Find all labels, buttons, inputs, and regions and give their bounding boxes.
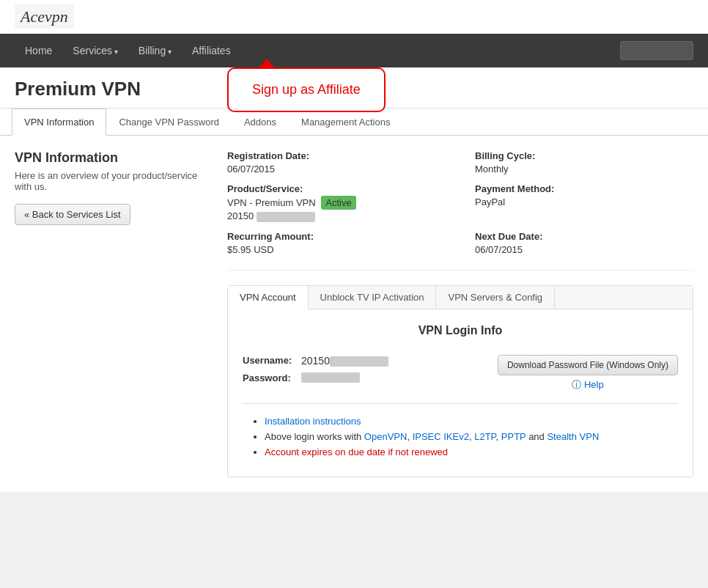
installation-instructions-link[interactable]: Installation instructions bbox=[265, 416, 361, 427]
vpn-divider bbox=[243, 403, 678, 404]
download-password-button[interactable]: Download Password File (Windows Only) bbox=[498, 355, 678, 375]
next-due-value: 06/07/2015 bbox=[475, 244, 523, 255]
pptp-link[interactable]: PPTP bbox=[501, 431, 526, 442]
tab-addons[interactable]: Addons bbox=[232, 109, 289, 136]
password-redacted bbox=[301, 372, 360, 383]
username-label: Username: bbox=[243, 355, 301, 366]
active-badge: Active bbox=[321, 196, 355, 210]
product-item: Product/Service: VPN - Premium VPN Activ… bbox=[227, 183, 446, 222]
main-tabs: VPN Information Change VPN Password Addo… bbox=[0, 109, 708, 136]
affiliate-callout-text: Sign up as Affiliate bbox=[252, 82, 361, 97]
vpn-bullets: Installation instructions Above login wo… bbox=[257, 416, 678, 457]
next-due-item: Next Due Date: 06/07/2015 bbox=[475, 231, 693, 255]
list-item: Account expires on due date if not renew… bbox=[265, 446, 671, 457]
inner-tab-vpn-account[interactable]: VPN Account bbox=[228, 286, 309, 309]
inner-tab-unblock-tv[interactable]: Unblock TV IP Activation bbox=[309, 286, 437, 309]
back-to-services-button[interactable]: « Back to Services List bbox=[15, 204, 130, 225]
product-label: Product/Service: bbox=[227, 183, 446, 194]
tab-management-actions[interactable]: Management Actions bbox=[289, 109, 402, 136]
l2tp-link[interactable]: L2TP bbox=[474, 431, 495, 442]
bullet-2-text: Above login works with OpenVPN, IPSEC IK… bbox=[265, 431, 599, 442]
password-label: Password: bbox=[243, 372, 301, 383]
left-panel-description: Here is an overview of your product/serv… bbox=[15, 170, 213, 192]
nav-services[interactable]: Services bbox=[62, 36, 128, 65]
next-due-label: Next Due Date: bbox=[475, 231, 693, 242]
billing-cycle-label: Billing Cycle: bbox=[475, 150, 693, 161]
info-grid: Registration Date: 06/07/2015 Billing Cy… bbox=[227, 150, 693, 271]
username-row: Username: 20150 bbox=[243, 355, 483, 367]
billing-cycle-item: Billing Cycle: Monthly bbox=[475, 150, 693, 174]
tab-change-vpn-password[interactable]: Change VPN Password bbox=[106, 109, 232, 136]
product-name: VPN - Premium VPN Active 20150 bbox=[227, 197, 356, 221]
recurring-amount-value: $5.95 USD bbox=[227, 244, 274, 255]
nav-billing[interactable]: Billing bbox=[128, 36, 182, 65]
inner-tabs: VPN Account Unblock TV IP Activation VPN… bbox=[228, 286, 693, 309]
nav-home[interactable]: Home bbox=[15, 36, 62, 65]
left-panel-title: VPN Information bbox=[15, 150, 213, 166]
ipsec-link[interactable]: IPSEC IKEv2 bbox=[413, 431, 469, 442]
login-area: Username: 20150 Password: Download Passw… bbox=[243, 355, 678, 392]
payment-method-label: Payment Method: bbox=[475, 183, 693, 194]
stealth-link[interactable]: Stealth VPN bbox=[547, 431, 599, 442]
tab-vpn-information[interactable]: VPN Information bbox=[12, 109, 106, 136]
username-prefix: 20150 bbox=[301, 355, 330, 367]
payment-method-value: PayPal bbox=[475, 196, 505, 207]
help-link[interactable]: Help bbox=[498, 378, 678, 392]
vpn-login-title: VPN Login Info bbox=[243, 324, 678, 337]
brand-logo[interactable]: Acevpn bbox=[15, 4, 74, 29]
inner-card: VPN Account Unblock TV IP Activation VPN… bbox=[227, 285, 693, 477]
list-item: Above login works with OpenVPN, IPSEC IK… bbox=[265, 431, 671, 442]
login-fields: Username: 20150 Password: bbox=[243, 355, 483, 389]
affiliate-callout: Sign up as Affiliate bbox=[227, 67, 386, 112]
registration-date-label: Registration Date: bbox=[227, 150, 446, 161]
nav-affiliates[interactable]: Affiliates bbox=[182, 36, 241, 65]
recurring-amount-item: Recurring Amount: $5.95 USD bbox=[227, 231, 446, 255]
expires-text: Account expires on due date if not renew… bbox=[265, 446, 448, 457]
right-panel: Registration Date: 06/07/2015 Billing Cy… bbox=[227, 150, 693, 477]
content-area: VPN Information Here is an overview of y… bbox=[0, 136, 708, 492]
left-panel: VPN Information Here is an overview of y… bbox=[15, 150, 213, 477]
product-name-text: VPN - Premium VPN bbox=[227, 197, 316, 208]
payment-method-item: Payment Method: PayPal bbox=[475, 183, 693, 222]
vpn-content: VPN Login Info Username: 20150 Password: bbox=[228, 309, 693, 477]
username-value: 20150 bbox=[301, 355, 388, 367]
product-id-redacted bbox=[257, 212, 315, 222]
inner-tab-vpn-servers[interactable]: VPN Servers & Config bbox=[436, 286, 555, 309]
registration-date-value: 06/07/2015 bbox=[227, 163, 275, 174]
password-row: Password: bbox=[243, 372, 483, 383]
right-actions: Download Password File (Windows Only) He… bbox=[498, 355, 678, 392]
list-item: Installation instructions bbox=[265, 416, 671, 427]
username-redacted bbox=[330, 356, 388, 367]
openvpn-link[interactable]: OpenVPN bbox=[364, 431, 408, 442]
navbar: Home Services Billing Affiliates Sign up… bbox=[0, 34, 708, 67]
registration-date-item: Registration Date: 06/07/2015 bbox=[227, 150, 446, 174]
affiliate-box[interactable]: Sign up as Affiliate bbox=[227, 67, 386, 112]
search-input[interactable] bbox=[620, 41, 693, 60]
product-id: 20150 bbox=[227, 210, 254, 221]
recurring-amount-label: Recurring Amount: bbox=[227, 231, 446, 242]
billing-cycle-value: Monthly bbox=[475, 163, 509, 174]
